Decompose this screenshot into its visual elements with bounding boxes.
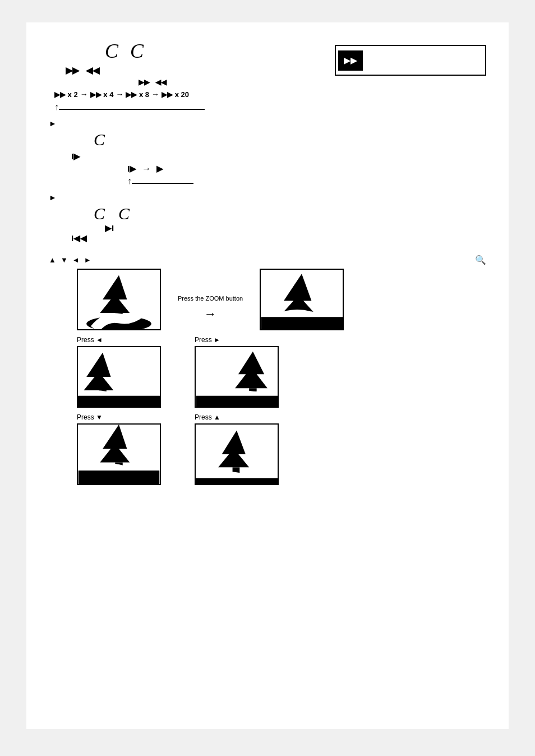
ff-rw-icons: ▶▶ ◀◀ xyxy=(66,65,335,76)
zoom-down-image xyxy=(77,423,161,485)
zoom-zoomed-cell xyxy=(260,269,344,330)
slow-icon-main: I▶ xyxy=(71,151,80,162)
bullet1: ► xyxy=(49,119,486,128)
slow-arrow: → xyxy=(142,164,151,174)
right-scene-svg xyxy=(196,347,278,407)
slow-loop-arrow: ↑ xyxy=(127,176,132,186)
ff-icon: ▶▶ xyxy=(66,65,79,76)
press-down-label: Press ▼ xyxy=(77,413,103,421)
nav-up-icon: ▲ xyxy=(49,256,56,264)
loop-line xyxy=(59,109,205,110)
press-right-label: Press ► xyxy=(195,336,220,344)
chapter-next-icon: ▶I xyxy=(105,223,114,233)
nav-right-icon: ► xyxy=(84,256,91,264)
zoom-left-cell: Press ◄ xyxy=(77,336,161,408)
zoom-up-cell: Press ▲ xyxy=(195,413,279,485)
loop-arrow-up: ↑ xyxy=(54,102,59,112)
zoom-right-cell: Press ► xyxy=(195,336,279,408)
ff-display-icon: ▶▶ xyxy=(338,50,363,71)
zoom-left-image xyxy=(77,346,161,408)
speed-x8: ▶▶ x 8 xyxy=(126,90,149,99)
slow-loop-line xyxy=(132,183,193,184)
cursive-c-ch2: C xyxy=(118,204,132,223)
press-up-label: Press ▲ xyxy=(195,413,220,421)
zoom-second-row: Press ◄ Press ► xyxy=(77,336,486,408)
svg-rect-7 xyxy=(261,317,343,329)
bullet2: ► xyxy=(49,193,486,202)
right-display-box: ▶▶ xyxy=(335,45,486,76)
down-scene-svg xyxy=(78,425,160,484)
nav-left-icon: ◄ xyxy=(72,256,80,264)
cursive-c-ch1: C xyxy=(94,204,107,223)
right-arrow-icon: → xyxy=(204,307,216,321)
svg-rect-11 xyxy=(78,396,160,407)
zoom-up-image xyxy=(195,423,279,485)
chapter-icons-row: ▶I xyxy=(105,223,486,233)
press-zoom-text: Press the ZOOM button xyxy=(178,294,243,303)
slow-icon-row: I▶ xyxy=(71,151,486,162)
zoom-third-row: Press ▼ Press ▲ xyxy=(77,413,486,485)
speed-x4: ▶▶ x 4 xyxy=(90,90,114,99)
svg-rect-23 xyxy=(196,478,278,484)
page: C C ▶▶ ◀◀ ▶▶ ◀◀ ▶▶ x 2 → ▶▶ x 4 → ▶▶ x 8… xyxy=(26,22,509,729)
original-scene-svg xyxy=(78,270,160,329)
nav-down-icon: ▼ xyxy=(61,256,68,264)
speed-x2: ▶▶ x 2 xyxy=(54,90,78,99)
ff-small-icon: ▶▶ xyxy=(139,78,150,86)
zoom-section: ▲ ▼ ◄ ► 🔍 xyxy=(49,255,486,485)
zoom-original-cell xyxy=(77,269,161,330)
zoomed-scene-svg xyxy=(261,270,343,329)
chapter-section: ► C C ▶I I◀◀ xyxy=(49,193,486,243)
rw-small-icon: ◀◀ xyxy=(155,78,167,86)
zoom-button-arrow: Press the ZOOM button → xyxy=(178,278,243,321)
svg-rect-19 xyxy=(79,471,160,484)
zoom-nav-icons: ▲ ▼ ◄ ► 🔍 xyxy=(49,255,486,265)
arrow1: → xyxy=(80,90,88,99)
press-left-label: Press ◄ xyxy=(77,336,103,344)
rw-icon: ◀◀ xyxy=(86,65,99,76)
ff-rw-section: C C ▶▶ ◀◀ ▶▶ ◀◀ ▶▶ x 2 → ▶▶ x 4 → ▶▶ x 8… xyxy=(49,39,486,112)
slow-motion-section: ► C I▶ I▶ → ▶ ↑ xyxy=(49,119,486,186)
arrow2: → xyxy=(116,90,123,99)
zoom-first-row: Press the ZOOM button → xyxy=(77,269,486,330)
zoom-original-image xyxy=(77,269,161,330)
cursive-c-slow: C xyxy=(94,130,486,149)
zoom-down-cell: Press ▼ xyxy=(77,413,161,485)
zoom-right-image xyxy=(195,346,279,408)
up-scene-svg xyxy=(196,425,278,484)
zoom-zoomed-image xyxy=(260,269,344,330)
speed-chain: ▶▶ x 2 → ▶▶ x 4 → ▶▶ x 8 → ▶▶ x 20 xyxy=(54,90,335,99)
chapter-prev-icon: I◀◀ xyxy=(71,233,87,243)
arrow3: → xyxy=(151,90,159,99)
slow-icon-right: ▶ xyxy=(156,164,163,174)
left-scene-svg xyxy=(78,347,160,407)
svg-rect-15 xyxy=(196,396,278,407)
slow-icon-left: I▶ xyxy=(127,164,136,174)
speed-x20: ▶▶ x 20 xyxy=(162,90,189,99)
cursive-cc-label: C C xyxy=(105,39,335,63)
zoom-magnifier-icon: 🔍 xyxy=(475,255,486,265)
ff-rw-left: C C ▶▶ ◀◀ ▶▶ ◀◀ ▶▶ x 2 → ▶▶ x 4 → ▶▶ x 8… xyxy=(49,39,335,112)
